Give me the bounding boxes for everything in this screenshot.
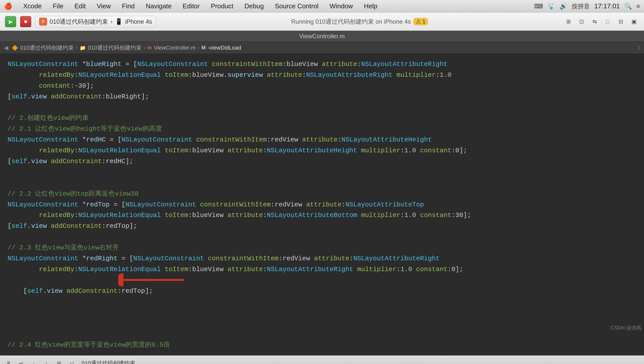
menu-window[interactable]: Window [328,1,355,11]
menu-edit[interactable]: Edit [73,1,88,11]
menu-file[interactable]: File [51,1,65,11]
collapse-button[interactable]: ⟩ [638,45,640,51]
filepath-file[interactable]: ViewController.m [154,45,196,51]
code-line [8,167,636,178]
apple-menu[interactable]: 🍎 [4,2,12,10]
step-over-icon[interactable]: ↩ [17,359,26,364]
code-line: NSLayoutConstraint *blueRight = [NSLayou… [8,59,636,70]
utilities-toggle[interactable]: ▣ [629,17,639,27]
clock: 17:17:01 [594,2,620,10]
menu-debug[interactable]: Debug [242,1,266,11]
toolbar-right: ⊞ ⊡ ⇆ □ ⊟ ▣ [563,17,639,27]
filepath-folder[interactable]: 010通过代码创建约束 [88,44,141,52]
file-icon-project: 🔶 [12,45,18,51]
device-name: iPhone 4s [125,18,152,25]
search-icon[interactable]: 🔍 [624,3,632,10]
inspector-toggle[interactable]: □ [603,17,613,27]
code-line: // 2.1 让红色view的height等于蓝色view的高度 [8,124,636,134]
toolbar: ▶ ■ X 010通过代码创建约束 › 📱 iPhone 4s Running … [0,13,644,31]
filepath-project[interactable]: 010通过代码创建约束 [20,44,74,52]
code-line [8,329,636,340]
menu-source-control[interactable]: Source Control [273,1,320,11]
status-text: Running 010通过代码创建约束 on iPhone 4s [291,18,411,26]
warning-badge[interactable]: ⚠ 1 [413,18,428,25]
menu-find[interactable]: Find [120,1,137,11]
scheme-selector[interactable]: X 010通过代码创建约束 › 📱 iPhone 4s [35,16,156,27]
build-status: Running 010通过代码创建约束 on iPhone 4s ⚠ 1 [160,18,559,26]
menu-view[interactable]: View [95,1,113,11]
code-line: constant:-30]; [8,81,636,91]
editor-layout-icon[interactable]: ⊞ [563,17,574,27]
arrow-annotation [118,272,184,287]
status-project-name: 010通过代码创建约束 [82,359,135,364]
menu-editor[interactable]: Editor [181,1,202,11]
device-icon: 📱 [115,18,123,25]
scheme-arrow: › [111,18,113,25]
code-line: NSLayoutConstraint *redRight = [NSLayout… [8,253,636,264]
menu-xcode[interactable]: Xcode [21,1,44,11]
menu-help[interactable]: Help [362,1,379,11]
filepath-method[interactable]: -viewDidLoad [208,45,241,51]
code-line: relatedBy:NSLayoutRelationEqual toItem:b… [8,145,636,156]
list-icon[interactable]: ≡ [636,3,640,10]
code-line: [self.view addConstraint:redHC]; [8,156,636,167]
location-icon[interactable]: ◁ [67,359,76,364]
menu-navigate[interactable]: Navigate [144,1,174,11]
window-title-bar: ViewController.m [0,31,644,42]
battery-icon: ⌨ [534,3,543,10]
code-line: [self.view addConstraint:redTop]; [8,221,636,232]
navigator-toggle[interactable]: ⇆ [590,17,600,27]
menu-bar: 🍎 Xcode File Edit View Find Navigate Edi… [0,0,644,13]
file-icon-m: m [147,45,152,51]
volume-icon: 🔊 [560,3,567,10]
step-into-icon[interactable]: ↓ [29,359,38,364]
window-title: ViewController.m [299,33,345,40]
code-line: // 2.2 让红色view的top距离蓝色view30 [8,189,636,199]
wifi-icon: 📡 [548,3,555,10]
code-line: [self.view addConstraint:blueRight]; [8,91,636,102]
code-line: // 2.3 红色view与蓝色view右对齐 [8,242,636,253]
file-icon-func: M [201,45,206,51]
ime-indicator: 按拼音 [572,2,590,10]
stop-button[interactable]: ■ [20,16,31,27]
pause-icon[interactable]: ⏸ [4,359,13,364]
step-out-icon[interactable]: ↑ [42,359,51,364]
code-line: relatedBy:NSLayoutRelationEqual toItem:b… [8,70,636,81]
code-line [8,178,636,189]
breakpoint-icon[interactable]: ⊡ [577,17,587,27]
scheme-name: 010通过代码创建约束 [50,18,108,26]
run-button[interactable]: ▶ [5,16,16,27]
filepath-bar: ◀ 🔶 010通过代码创建约束 › 📁 010通过代码创建约束 › m View… [0,42,644,54]
watermark: CSDN @清风 [611,324,641,331]
code-line: relatedBy:NSLayoutRelationEqual toItem:b… [8,210,636,221]
nav-arrow-left[interactable]: ◀ [4,45,8,51]
scheme-icon: X [39,18,47,26]
code-line: NSLayoutConstraint *redHC = [NSLayoutCon… [8,134,636,145]
debug-toggle[interactable]: ⊟ [616,17,626,27]
code-line [8,102,636,113]
menu-product[interactable]: Product [209,1,235,11]
code-line: // 2.4 红色view的宽度等于蓝色view的宽度的0.5倍 [8,340,636,350]
menu-right-area: ⌨ 📡 🔊 按拼音 17:17:01 🔍 ≡ [534,2,640,10]
view-switcher-icon[interactable]: ⊞ [54,359,63,364]
code-line: NSLayoutConstraint *redTop = [NSLayoutCo… [8,199,636,210]
status-bar: ⏸ ↩ ↓ ↑ ⊞ ◁ 010通过代码创建约束 [0,355,644,364]
file-icon-folder: 📁 [80,45,86,51]
code-editor[interactable]: NSLayoutConstraint *blueRight = [NSLayou… [0,54,644,355]
code-line [8,232,636,242]
code-line: [self.view addConstraint:redTop]; [8,275,636,329]
code-line: relatedBy:NSLayoutRelationEqual toItem:b… [8,264,636,275]
code-line: // 2.创建红色view的约束 [8,113,636,124]
